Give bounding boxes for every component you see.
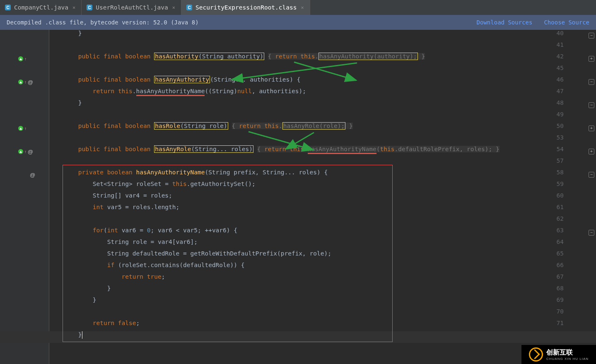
code-text: (: [104, 227, 107, 234]
code-text: }: [78, 99, 82, 106]
keyword: final: [104, 76, 122, 83]
java-class-icon: C: [87, 5, 92, 10]
keyword: for: [93, 227, 104, 234]
tab-companyctl[interactable]: C CompanyCtl.java ✕: [0, 0, 82, 15]
method-name: hasRole: [155, 123, 180, 129]
editor-tab-bar: C CompanyCtl.java ✕ C UserRoleAuthCtl.ja…: [0, 0, 596, 15]
keyword: public: [78, 123, 100, 129]
method-name: hasAnyAuthorityName: [136, 169, 205, 176]
override-up-icon[interactable]: [18, 80, 23, 84]
code-text: ;: [162, 273, 165, 280]
keyword: public: [78, 53, 100, 60]
logo-icon: [529, 347, 543, 362]
logo-text: 创新互联CHUANG XIN HU LIAN: [546, 348, 589, 361]
code-text: , authorities);: [252, 88, 306, 94]
keyword: this: [380, 146, 395, 152]
keyword: return: [239, 123, 261, 129]
keyword: public: [78, 146, 100, 152]
code-text: ; var6 < var5; ++var6) {: [150, 227, 237, 234]
code-text: (String prefix, String... roles) {: [205, 169, 328, 176]
close-icon[interactable]: ✕: [300, 5, 304, 10]
java-class-icon: C: [5, 5, 11, 10]
tab-label: CompanyCtl.java: [14, 4, 68, 11]
tab-label: UserRoleAuthCtl.java: [96, 4, 168, 11]
choose-sources-link[interactable]: Choose Source: [544, 19, 589, 26]
code-text: (String role): [180, 123, 227, 129]
code-editor[interactable]: 40− 41 42 ↑ + 45 46 ↑@ − 47 48− 49 50 ↑ …: [0, 30, 596, 364]
keyword: this: [264, 123, 279, 129]
keyword: if: [107, 262, 114, 268]
code-text: ((String): [205, 88, 237, 94]
tab-label: SecurityExpressionRoot.class: [195, 4, 297, 11]
code-text: (: [376, 146, 380, 152]
close-icon[interactable]: ✕: [171, 5, 176, 10]
code-text: String defaultedRole = getRoleWithDefaul…: [107, 250, 331, 257]
keyword: boolean: [107, 169, 133, 176]
method-call: hasAnyAuthorityName: [308, 146, 376, 154]
keyword: private: [78, 169, 104, 176]
keyword: this: [290, 146, 304, 152]
code-text: }: [93, 297, 97, 303]
keyword: final: [104, 123, 122, 129]
tab-securityexpressionroot[interactable]: C SecurityExpressionRoot.class ✕: [181, 0, 310, 15]
keyword: final: [104, 53, 122, 60]
gutter-icons: ↑: [18, 53, 49, 65]
keyword: return: [264, 146, 286, 152]
annotation-icon: @: [28, 79, 33, 85]
keyword: int: [93, 204, 104, 210]
code-text: (roleSet.contains(defaultedRole)) {: [114, 262, 244, 268]
method-call: hasAnyRole(role);: [282, 122, 345, 130]
download-sources-link[interactable]: Download Sources: [477, 19, 533, 26]
keyword: int: [107, 227, 118, 234]
keyword: null: [237, 88, 252, 94]
annotation-icon: @: [28, 149, 33, 155]
override-up-icon[interactable]: [18, 56, 23, 61]
keyword: public: [78, 76, 100, 83]
banner-links: Download Sources Choose Source: [477, 19, 589, 26]
java-class-icon: C: [186, 5, 192, 10]
override-up-icon[interactable]: [18, 126, 23, 131]
tab-userroleauthctl[interactable]: C UserRoleAuthCtl.java ✕: [82, 0, 181, 15]
code-text: }: [78, 331, 82, 338]
method-call: hasAnyAuthority(authority);: [319, 53, 418, 60]
keyword: return false: [93, 320, 136, 326]
gutter-icons: @: [18, 169, 49, 181]
keyword: return: [275, 53, 297, 60]
method-call: hasAnyAuthorityName: [136, 88, 205, 96]
caret: [82, 331, 82, 339]
keyword: boolean: [125, 53, 150, 60]
code-text: Set<String> roleSet =: [93, 181, 172, 187]
method-name: hasAnyAuthority: [155, 76, 209, 83]
code-text: (String... roles): [191, 146, 253, 152]
code-text: .getAuthoritySet();: [187, 181, 256, 187]
keyword: return true: [122, 273, 162, 280]
gutter-icons: ↑: [18, 123, 49, 134]
code-text: String[] var4 = roles;: [93, 192, 172, 199]
annotation-icon: @: [30, 172, 35, 178]
code-text: }: [78, 30, 82, 36]
keyword: this: [172, 181, 187, 187]
method-name: hasAuthority: [155, 53, 198, 60]
keyword: return: [93, 88, 114, 94]
gutter-icons: ↑@: [18, 146, 49, 157]
code-text: var6 =: [118, 227, 147, 234]
close-icon[interactable]: ✕: [72, 5, 76, 10]
decompiled-banner: Decompiled .class file, bytecode version…: [0, 15, 596, 30]
keyword: final: [104, 146, 122, 152]
code-text: String role = var4[var6];: [107, 239, 198, 245]
banner-message: Decompiled .class file, bytecode version…: [7, 19, 199, 26]
method-name: hasAnyRole: [155, 146, 191, 152]
keyword: boolean: [125, 123, 150, 129]
keyword: this: [300, 53, 315, 60]
override-up-icon[interactable]: [18, 149, 23, 154]
keyword: this: [118, 88, 133, 94]
keyword: boolean: [125, 146, 150, 152]
code-text: (String authority): [198, 53, 263, 60]
code-text: .defaultRolePrefix, roles);: [394, 146, 495, 152]
code-content[interactable]: } public final boolean hasAuthority(Stri…: [49, 30, 596, 364]
code-text: ;: [136, 320, 140, 326]
gutter-icons: ↑@: [18, 76, 49, 88]
code-text: var5 = roles.length;: [104, 204, 179, 210]
code-text: }: [107, 285, 111, 292]
code-text: (String... authorities) {: [210, 76, 300, 83]
